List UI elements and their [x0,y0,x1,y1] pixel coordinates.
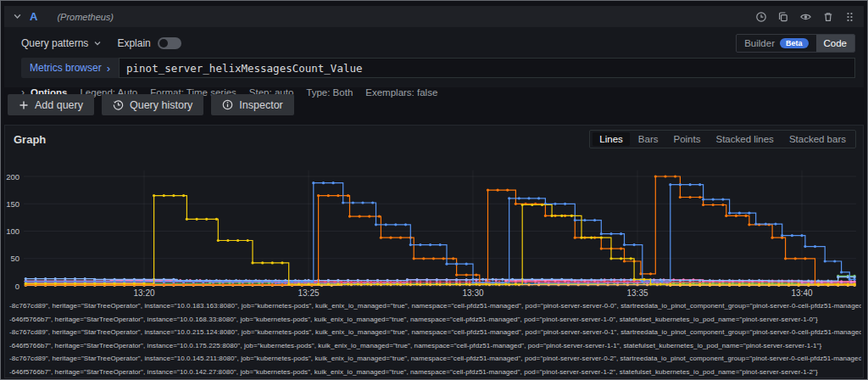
series-point-yellow[interactable] [590,237,593,239]
series-point-blue[interactable] [242,280,244,282]
series-point-yellow[interactable] [142,282,145,285]
series-point-blue[interactable] [361,201,364,204]
series-point-red[interactable] [370,281,372,283]
series-point-yellow[interactable] [521,204,524,206]
series-point-yellow[interactable] [54,282,57,285]
series-point-blue[interactable] [800,234,803,237]
series-point-red[interactable] [409,281,412,283]
series-point-blue[interactable] [394,223,397,226]
series-point-yellow[interactable] [580,237,582,239]
series-point-orange[interactable] [735,215,737,217]
series-point-yellow[interactable] [768,283,771,286]
series-point-orange[interactable] [432,257,435,260]
series-point-blue[interactable] [385,223,387,226]
series-point-blue[interactable] [702,198,704,201]
tab-stacked-lines[interactable]: Stacked lines [709,132,780,146]
series-point-blue[interactable] [271,280,274,282]
series-point-light-blue[interactable] [600,278,603,281]
series-point-yellow[interactable] [327,283,330,286]
series-point-blue[interactable] [222,280,225,282]
series-point-yellow[interactable] [34,282,36,285]
series-point-red[interactable] [459,281,461,283]
series-point-orange[interactable] [721,204,724,206]
series-point-yellow[interactable] [465,283,468,286]
series-point-orange[interactable] [317,194,320,197]
series-point-yellow[interactable] [531,204,533,206]
series-point-light-blue[interactable] [580,278,582,281]
series-point-blue[interactable] [679,183,682,186]
series-point-blue[interactable] [231,280,234,282]
series-point-orange[interactable] [399,237,402,239]
series-point-light-blue[interactable] [337,279,339,282]
builder-mode-option[interactable]: Builder Beta [737,35,815,52]
series-point-orange[interactable] [664,175,666,177]
metrics-browser-button[interactable]: Metrics browser › [21,58,119,78]
series-point-orange[interactable] [163,283,165,286]
series-point-orange[interactable] [544,215,547,217]
series-point-blue[interactable] [623,243,626,246]
series-point-light-blue[interactable] [511,278,514,281]
eye-icon[interactable] [799,11,812,23]
series-point-light-blue[interactable] [709,279,711,282]
series-point-blue[interactable] [212,280,214,282]
series-point-blue[interactable] [748,212,750,215]
series-point-yellow[interactable] [347,283,349,286]
series-point-yellow[interactable] [103,282,106,285]
series-point-orange[interactable] [251,283,253,286]
series-point-light-orange[interactable] [527,283,530,286]
series-point-blue[interactable] [455,263,458,265]
series-point-blue[interactable] [481,282,484,284]
series-point-light-blue[interactable] [54,277,57,280]
series-point-orange[interactable] [242,283,244,286]
series-point-orange[interactable] [679,196,682,198]
series-point-yellow[interactable] [659,283,662,286]
series-point-yellow[interactable] [787,283,790,286]
series-point-yellow[interactable] [748,283,750,286]
series-point-blue[interactable] [564,203,566,205]
tab-stacked-bars[interactable]: Stacked bars [782,132,853,146]
series-point-blue[interactable] [527,197,530,199]
series-point-blue[interactable] [445,263,448,265]
series-point-light-blue[interactable] [826,280,829,282]
query-ref-id[interactable]: A [30,10,37,23]
series-point-yellow[interactable] [93,282,96,285]
series-point-light-blue[interactable] [436,278,438,281]
series-point-blue[interactable] [375,223,377,226]
series-point-light-blue[interactable] [817,280,820,282]
series-point-light-blue[interactable] [570,278,573,281]
series-point-blue[interactable] [754,223,757,226]
legend-row[interactable]: -8c767cd89", heritage="StarTreeOperator"… [9,326,861,339]
legend-row[interactable]: -646f5766b7", heritage="StarTreeOperator… [9,339,861,353]
series-point-yellow[interactable] [817,283,820,286]
series-point-blue[interactable] [163,280,165,282]
series-point-orange[interactable] [620,248,622,250]
series-point-blue[interactable] [854,278,856,281]
series-point-blue[interactable] [600,232,603,235]
series-point-orange[interactable] [689,196,692,198]
series-point-light-blue[interactable] [396,279,398,282]
tab-points[interactable]: Points [667,132,708,146]
series-point-yellow[interactable] [643,278,645,281]
series-point-light-blue[interactable] [44,277,47,280]
series-point-yellow[interactable] [541,204,543,206]
series-point-blue[interactable] [322,182,325,184]
series-point-red[interactable] [399,281,402,283]
series-point-blue[interactable] [633,243,636,246]
series-point-light-blue[interactable] [728,279,731,282]
series-point-orange[interactable] [368,215,370,218]
query-history-button[interactable]: Query history [102,94,203,115]
series-point-yellow[interactable] [114,282,116,285]
series-point-yellow[interactable] [728,283,731,286]
series-point-yellow[interactable] [44,282,47,285]
series-point-red[interactable] [419,281,421,283]
series-point-yellow[interactable] [287,283,290,286]
series-point-yellow[interactable] [337,283,339,286]
series-point-orange[interactable] [359,215,361,218]
series-point-orange[interactable] [515,203,517,205]
series-point-red[interactable] [360,281,363,283]
series-point-light-blue[interactable] [455,278,458,281]
series-point-orange[interactable] [348,215,351,218]
series-point-light-blue[interactable] [679,279,682,282]
series-point-light-blue[interactable] [689,279,692,282]
series-point-yellow[interactable] [217,239,220,242]
